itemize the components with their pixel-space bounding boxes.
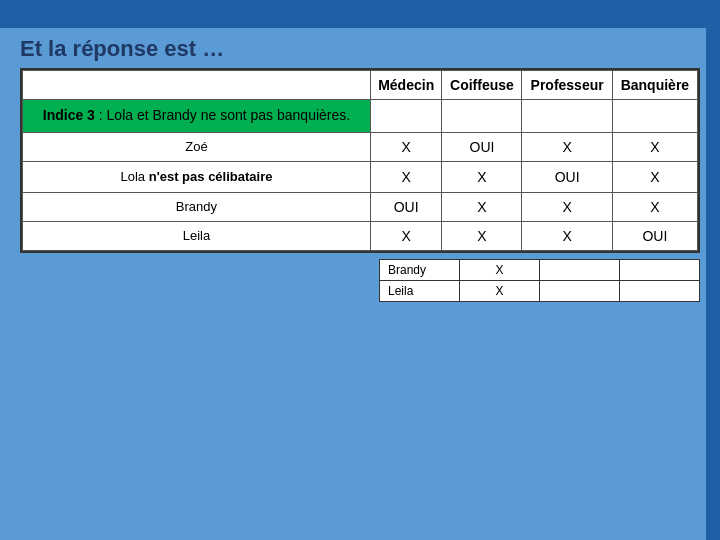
brandy-label: Brandy [23, 192, 371, 221]
brandy-medecin: OUI [370, 192, 441, 221]
header-banquiere: Banquière [612, 71, 697, 100]
indice-professeur [522, 100, 612, 133]
leila-banquiere: OUI [612, 221, 697, 250]
brandy-banquiere: X [612, 192, 697, 221]
leila-professeur: X [522, 221, 612, 250]
indice-label: Indice 3 [43, 107, 95, 123]
zoe-medecin: X [370, 132, 441, 161]
table-header-row: Médecin Coiffeuse Professeur Banquière [23, 71, 698, 100]
main-content: Médecin Coiffeuse Professeur Banquière I… [0, 68, 720, 302]
summary-leila-name: Leila [380, 280, 460, 301]
summary-brandy-c1: X [460, 259, 540, 280]
table-row-indice: Indice 3 : Lola et Brandy ne sont pas ba… [23, 100, 698, 133]
brandy-professeur: X [522, 192, 612, 221]
summary-brandy-c3 [620, 259, 700, 280]
main-table-wrapper: Médecin Coiffeuse Professeur Banquière I… [20, 68, 700, 253]
table-row-leila: Leila X X X OUI [23, 221, 698, 250]
leila-label: Leila [23, 221, 371, 250]
header-coiffeuse: Coiffeuse [442, 71, 522, 100]
lola-medecin: X [370, 161, 441, 192]
summary-leila-c2 [540, 280, 620, 301]
header-empty [23, 71, 371, 100]
header-professeur: Professeur [522, 71, 612, 100]
indice-banquiere [612, 100, 697, 133]
indice-coiffeuse [442, 100, 522, 133]
zoe-professeur: X [522, 132, 612, 161]
slide: Et la réponse est … Médecin Coiffeuse Pr… [0, 0, 720, 540]
indice-cell: Indice 3 : Lola et Brandy ne sont pas ba… [23, 100, 371, 133]
brandy-coiffeuse: X [442, 192, 522, 221]
zoe-label: Zoé [23, 132, 371, 161]
lola-coiffeuse: X [442, 161, 522, 192]
summary-row-leila: Leila X [380, 280, 700, 301]
right-bar [706, 0, 720, 540]
summary-leila-c3 [620, 280, 700, 301]
summary-row-brandy: Brandy X [380, 259, 700, 280]
lola-banquiere: X [612, 161, 697, 192]
indice-medecin [370, 100, 441, 133]
title-area: Et la réponse est … [0, 28, 720, 68]
leila-medecin: X [370, 221, 441, 250]
table-row-zoe: Zoé X OUI X X [23, 132, 698, 161]
table-row-lola: Lola n'est pas célibataire X X OUI X [23, 161, 698, 192]
summary-brandy-name: Brandy [380, 259, 460, 280]
main-table: Médecin Coiffeuse Professeur Banquière I… [22, 70, 698, 251]
summary-leila-c1: X [460, 280, 540, 301]
zoe-coiffeuse: OUI [442, 132, 522, 161]
page-title: Et la réponse est … [20, 36, 224, 61]
top-bar [0, 0, 720, 28]
zoe-banquiere: X [612, 132, 697, 161]
lola-professeur: OUI [522, 161, 612, 192]
table-row-brandy: Brandy OUI X X X [23, 192, 698, 221]
indice-text: : Lola et Brandy ne sont pas banquières. [95, 107, 350, 123]
header-medecin: Médecin [370, 71, 441, 100]
summary-brandy-c2 [540, 259, 620, 280]
leila-coiffeuse: X [442, 221, 522, 250]
summary-table: Brandy X Leila X [379, 259, 700, 302]
lola-label: Lola n'est pas célibataire [23, 161, 371, 192]
